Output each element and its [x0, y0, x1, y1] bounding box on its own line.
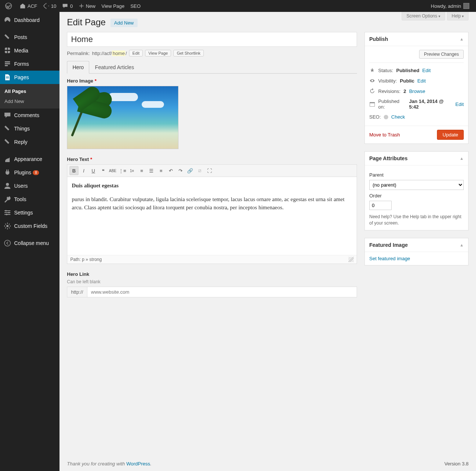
screen-options-tab[interactable]: Screen Options: [402, 12, 445, 20]
new-label: New: [86, 3, 96, 9]
sidebar-item-posts[interactable]: Posts: [0, 30, 60, 44]
attributes-help-text: Need help? Use the Help tab in the upper…: [369, 214, 464, 226]
sidebar-item-tools[interactable]: Tools: [0, 193, 60, 206]
comments-count: 0: [70, 3, 73, 9]
svg-point-6: [6, 183, 9, 186]
my-account-link[interactable]: Howdy, admin: [428, 0, 472, 12]
preview-button[interactable]: Preview Changes: [419, 50, 464, 59]
unlink-icon[interactable]: ⧄: [195, 166, 204, 175]
revisions-browse-link[interactable]: Browse: [409, 88, 425, 94]
hero-image-label: Hero Image *: [67, 78, 357, 84]
admin-bar: ACF 10 0 New View Page SEO Howdy, admin: [0, 0, 476, 12]
wordpress-link[interactable]: WordPress: [126, 461, 150, 467]
svg-point-11: [8, 212, 10, 213]
comments-link[interactable]: 0: [59, 0, 75, 12]
updates-link[interactable]: 10: [40, 0, 59, 12]
publish-title: Publish: [369, 36, 388, 42]
parent-select[interactable]: (no parent): [369, 180, 464, 190]
order-input[interactable]: [369, 201, 392, 210]
sidebar-item-settings[interactable]: Settings: [0, 206, 60, 219]
svg-rect-1: [5, 61, 10, 62]
number-list-icon[interactable]: 1≡: [128, 166, 136, 175]
permalink-edit-button[interactable]: Edit: [129, 50, 143, 57]
status-edit-link[interactable]: Edit: [422, 68, 431, 73]
collapse-menu-button[interactable]: Collapse menu: [0, 236, 60, 250]
seo-check-link[interactable]: Check: [391, 114, 405, 120]
align-center-icon[interactable]: ☰: [147, 166, 156, 175]
link-icon[interactable]: 🔗: [186, 166, 194, 175]
seo-link[interactable]: SEO: [128, 0, 144, 12]
update-button[interactable]: Update: [437, 130, 464, 140]
footer: Thank you for creating with WordPress. V…: [67, 461, 469, 467]
align-right-icon[interactable]: ≡: [157, 166, 165, 175]
bullet-list-icon[interactable]: ⋮≡: [118, 166, 127, 175]
post-title-input[interactable]: [67, 32, 357, 47]
svg-rect-4: [6, 77, 9, 77]
svg-point-13: [6, 225, 9, 227]
toggle-icon[interactable]: ▲: [460, 156, 464, 161]
submenu-add-new[interactable]: Add New: [0, 96, 60, 106]
undo-icon[interactable]: ↶: [166, 166, 175, 175]
toggle-icon[interactable]: ▲: [460, 37, 464, 41]
svg-point-14: [4, 240, 10, 246]
hero-text-label: Hero Text *: [67, 157, 357, 162]
bold-icon[interactable]: B: [70, 166, 78, 175]
underline-icon[interactable]: U: [89, 166, 98, 175]
blockquote-icon[interactable]: ❝: [99, 166, 107, 175]
sidebar-item-reply[interactable]: Reply: [0, 135, 60, 149]
sidebar-item-media[interactable]: Media: [0, 44, 60, 57]
howdy-text: Howdy, admin: [431, 3, 461, 9]
sidebar-item-dashboard[interactable]: Dashboard: [0, 13, 60, 27]
content-area: Screen Options Help Edit Page Add New Pe…: [60, 12, 476, 471]
wp-logo-icon[interactable]: [2, 0, 17, 12]
svg-rect-5: [6, 78, 9, 78]
hero-link-input[interactable]: [87, 287, 357, 297]
plugins-badge: 8: [33, 170, 39, 175]
sidebar-item-forms[interactable]: Forms: [0, 57, 60, 71]
italic-icon[interactable]: I: [79, 166, 88, 175]
submenu-all-pages[interactable]: All Pages: [0, 86, 60, 96]
permalink-shortlink-button[interactable]: Get Shortlink: [173, 50, 204, 57]
hero-image-preview[interactable]: [67, 86, 178, 149]
tab-hero[interactable]: Hero: [67, 61, 89, 74]
permalink-label: Permalink:: [67, 51, 90, 56]
sidebar-item-things[interactable]: Things: [0, 122, 60, 135]
svg-point-10: [5, 210, 7, 212]
wysiwyg-editor: B I U ❝ ABE ⋮≡ 1≡ ≡ ☰ ≡ ↶ ↷ 🔗: [67, 164, 357, 264]
permalink-view-button[interactable]: View Page: [145, 50, 171, 57]
sidebar-item-custom-fields[interactable]: Custom Fields: [0, 219, 60, 233]
move-to-trash-link[interactable]: Move to Trash: [369, 132, 400, 138]
resize-handle[interactable]: [348, 257, 354, 262]
sidebar-item-pages[interactable]: Pages: [0, 71, 60, 84]
version-text: Version 3.8: [444, 461, 469, 467]
add-new-button[interactable]: Add New: [110, 19, 138, 27]
tab-featured-articles[interactable]: Featured Articles: [89, 61, 139, 74]
pin-icon: [369, 67, 375, 73]
strike-icon[interactable]: ABE: [108, 166, 117, 175]
svg-rect-16: [370, 102, 375, 103]
sidebar-item-plugins[interactable]: Plugins8: [0, 166, 60, 179]
date-edit-link[interactable]: Edit: [456, 101, 464, 107]
new-content-link[interactable]: New: [76, 0, 99, 12]
page-attributes-title: Page Attributes: [369, 155, 408, 161]
seo-status-icon: [384, 115, 388, 119]
title-wrap: [67, 32, 357, 47]
sidebar-item-appearance[interactable]: Appearance: [0, 152, 60, 166]
visibility-edit-link[interactable]: Edit: [417, 78, 425, 84]
sidebar-item-users[interactable]: Users: [0, 179, 60, 193]
site-link[interactable]: ACF: [17, 0, 40, 12]
editor-content[interactable]: Duis aliquet egestas purus in blandit. C…: [67, 177, 357, 255]
set-featured-image-link[interactable]: Set featured image: [369, 256, 410, 261]
publish-box: Publish▲ Preview Changes Status: Publish…: [364, 32, 469, 144]
hero-link-label: Hero Link: [67, 271, 357, 277]
sidebar-item-comments[interactable]: Comments: [0, 109, 60, 122]
view-page-link[interactable]: View Page: [99, 0, 128, 12]
site-name: ACF: [28, 3, 37, 9]
url-prefix: http://: [67, 287, 87, 297]
help-tab[interactable]: Help: [447, 12, 469, 20]
toggle-icon[interactable]: ▲: [460, 243, 464, 247]
admin-menu: Dashboard Posts Media Forms Pages All Pa…: [0, 12, 60, 471]
align-left-icon[interactable]: ≡: [137, 166, 146, 175]
redo-icon[interactable]: ↷: [176, 166, 185, 175]
fullscreen-icon[interactable]: ⛶: [205, 166, 214, 175]
